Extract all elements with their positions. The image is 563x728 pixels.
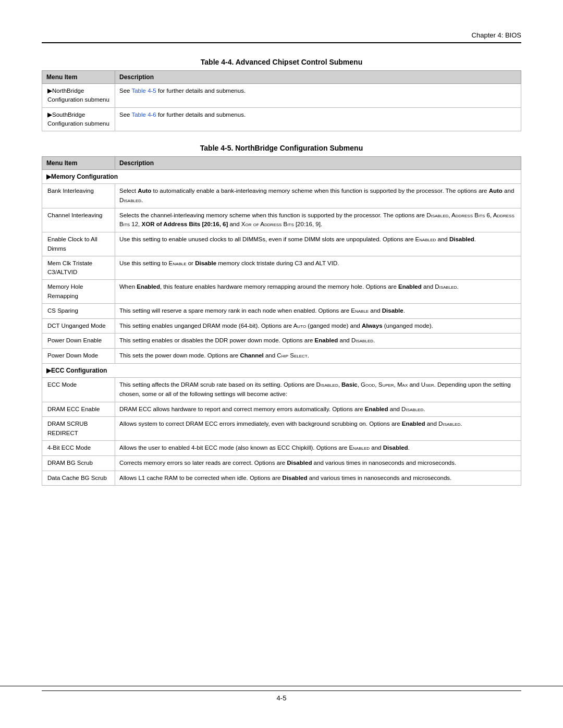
- dct-unganged-item: DCT Unganged Mode: [42, 318, 115, 334]
- ecc-config-label: ▶ECC Configuration: [42, 364, 521, 378]
- page-number: 4-5: [277, 694, 287, 702]
- power-down-mode-desc: This sets the power down mode. Options a…: [115, 349, 521, 364]
- table-row: DCT Unganged Mode This setting enables u…: [42, 318, 521, 334]
- memory-hole-desc: When Enabled, this feature enables hardw…: [115, 280, 521, 304]
- table-row: Power Down Mode This sets the power down…: [42, 349, 521, 364]
- table-row: CS Sparing This setting will reserve a s…: [42, 303, 521, 318]
- table-row: ▶NorthBridge Configuration submenu See T…: [42, 84, 521, 108]
- dram-bg-scrub-item: DRAM BG Scrub: [42, 455, 115, 471]
- bank-interleaving-desc: Select Auto to automatically enable a ba…: [115, 184, 521, 208]
- power-down-mode-item: Power Down Mode: [42, 349, 115, 364]
- 4bit-ecc-mode-desc: Allows the user to enabled 4-bit ECC mod…: [115, 440, 521, 455]
- dram-scrub-redirect-item: DRAM SCRUB REDIRECT: [42, 417, 115, 441]
- table-row: Power Down Enable This setting enables o…: [42, 334, 521, 349]
- power-down-enable-desc: This setting enables or disables the DDR…: [115, 334, 521, 349]
- memory-hole-item: Memory Hole Remapping: [42, 280, 115, 304]
- table-row: ▶SouthBridge Configuration submenu See T…: [42, 107, 521, 131]
- cs-sparing-item: CS Sparing: [42, 303, 115, 318]
- enable-clock-item: Enable Clock to All Dimms: [42, 232, 115, 256]
- table4-col2-header: Description: [115, 71, 521, 84]
- table-row: Memory Hole Remapping When Enabled, this…: [42, 280, 521, 304]
- southbridge-menu-item: ▶SouthBridge Configuration submenu: [42, 107, 115, 131]
- northbridge-desc: See Table 4-5 for further details and su…: [115, 84, 521, 108]
- data-cache-bg-scrub-desc: Allows L1 cache RAM to be corrected when…: [115, 471, 521, 486]
- northbridge-menu-item: ▶NorthBridge Configuration submenu: [42, 84, 115, 108]
- table5-col2-header: Description: [115, 157, 521, 170]
- enable-clock-desc: Use this setting to enable unused clocks…: [115, 232, 521, 256]
- chapter-header: Chapter 4: BIOS: [42, 31, 521, 43]
- channel-interleaving-item: Channel Interleaving: [42, 208, 115, 232]
- cs-sparing-desc: This setting will reserve a spare memory…: [115, 303, 521, 318]
- page-footer: 4-5: [0, 686, 563, 702]
- table4: Menu Item Description ▶NorthBridge Confi…: [42, 70, 521, 131]
- ecc-mode-item: ECC Mode: [42, 378, 115, 402]
- table-row: Channel Interleaving Selects the channel…: [42, 208, 521, 232]
- table-row: DRAM ECC Enable DRAM ECC allows hardware…: [42, 402, 521, 417]
- table5-col1-header: Menu Item: [42, 157, 115, 170]
- mem-clk-tristate-item: Mem Clk Tristate C3/ALTVID: [42, 256, 115, 280]
- mem-clk-tristate-desc: Use this setting to Enable or Disable me…: [115, 256, 521, 280]
- memory-config-label: ▶Memory Configuration: [42, 170, 521, 184]
- power-down-enable-item: Power Down Enable: [42, 334, 115, 349]
- table45-link[interactable]: Table 4-5: [131, 88, 156, 94]
- dct-unganged-desc: This setting enables unganged DRAM mode …: [115, 318, 521, 334]
- table46-link[interactable]: Table 4-6: [131, 112, 156, 118]
- dram-ecc-enable-item: DRAM ECC Enable: [42, 402, 115, 417]
- ecc-mode-desc: This setting affects the DRAM scrub rate…: [115, 378, 521, 402]
- bank-interleaving-item: Bank Interleaving: [42, 184, 115, 208]
- dram-ecc-enable-desc: DRAM ECC allows hardware to report and c…: [115, 402, 521, 417]
- southbridge-desc: See Table 4-6 for further details and su…: [115, 107, 521, 131]
- dram-scrub-redirect-desc: Allows system to correct DRAM ECC errors…: [115, 417, 521, 441]
- 4bit-ecc-mode-item: 4-Bit ECC Mode: [42, 440, 115, 455]
- table4-col1-header: Menu Item: [42, 71, 115, 84]
- data-cache-bg-scrub-item: Data Cache BG Scrub: [42, 471, 115, 486]
- channel-interleaving-desc: Selects the channel-interleaving memory …: [115, 208, 521, 232]
- table-row: Data Cache BG Scrub Allows L1 cache RAM …: [42, 471, 521, 486]
- chapter-title: Chapter 4: BIOS: [472, 31, 521, 39]
- table-row: Mem Clk Tristate C3/ALTVID Use this sett…: [42, 256, 521, 280]
- table5-title: Table 4-5. NorthBridge Configuration Sub…: [42, 144, 521, 152]
- table5: Menu Item Description ▶Memory Configurat…: [42, 156, 521, 486]
- table-row: Bank Interleaving Select Auto to automat…: [42, 184, 521, 208]
- table-row: ECC Mode This setting affects the DRAM s…: [42, 378, 521, 402]
- table-row: DRAM BG Scrub Corrects memory errors so …: [42, 455, 521, 471]
- table-row: Enable Clock to All Dimms Use this setti…: [42, 232, 521, 256]
- table4-title: Table 4-4. Advanced Chipset Control Subm…: [42, 58, 521, 66]
- table-row: DRAM SCRUB REDIRECT Allows system to cor…: [42, 417, 521, 441]
- table-row: 4-Bit ECC Mode Allows the user to enable…: [42, 440, 521, 455]
- ecc-config-section: ▶ECC Configuration: [42, 364, 521, 378]
- memory-config-section: ▶Memory Configuration: [42, 170, 521, 184]
- dram-bg-scrub-desc: Corrects memory errors so later reads ar…: [115, 455, 521, 471]
